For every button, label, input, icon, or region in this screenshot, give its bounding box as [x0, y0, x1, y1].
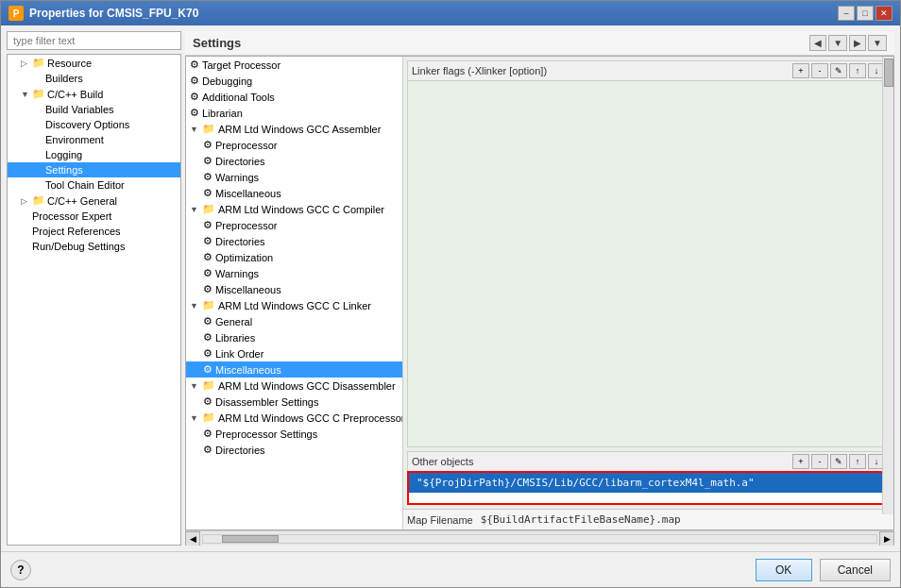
tree-label: Resource	[47, 58, 92, 69]
tree-label: C/C++ General	[47, 195, 117, 207]
close-button[interactable]: ✕	[876, 6, 892, 21]
scroll-right-button[interactable]: ▶	[879, 531, 894, 546]
mtree-preprocessor-cc[interactable]: ⚙ Preprocessor	[186, 217, 402, 233]
scroll-left-button[interactable]: ◀	[185, 531, 200, 546]
cancel-button[interactable]: Cancel	[820, 559, 891, 581]
expand-icon: ▼	[190, 381, 199, 391]
expand-icon: ▼	[190, 413, 199, 423]
horizontal-scrollbar[interactable]	[202, 534, 877, 544]
move-up-object-button[interactable]: ↑	[849, 454, 866, 469]
tree-item-logging[interactable]: Logging	[8, 147, 180, 162]
folder-icon: 📁	[32, 57, 45, 69]
remove-linker-flag-button[interactable]: -	[811, 63, 828, 78]
mtree-directories-asm[interactable]: ⚙ Directories	[186, 153, 402, 169]
help-button[interactable]: ?	[10, 560, 31, 580]
gear-icon: ⚙	[203, 219, 212, 231]
folder-icon: 📁	[202, 203, 215, 215]
mtree-label: Warnings	[215, 172, 259, 183]
mtree-warnings-asm[interactable]: ⚙ Warnings	[186, 169, 402, 185]
maximize-button[interactable]: □	[857, 6, 874, 21]
mtree-link-order-lnk[interactable]: ⚙ Link Order	[186, 345, 402, 361]
ok-button[interactable]: OK	[756, 559, 812, 581]
tree-item-build-variables[interactable]: Build Variables	[8, 102, 180, 117]
mtree-label: Miscellaneous	[215, 188, 281, 199]
mtree-target-processor[interactable]: ⚙ Target Processor	[186, 57, 402, 73]
folder-icon: 📁	[32, 194, 45, 207]
tree-item-builders[interactable]: Builders	[8, 71, 180, 86]
minimize-button[interactable]: –	[838, 6, 855, 21]
tree-item-resource[interactable]: ▷ 📁 Resource	[8, 55, 180, 71]
remove-object-button[interactable]: -	[811, 454, 828, 469]
mtree-gcc-assembler[interactable]: ▼ 📁 ARM Ltd Windows GCC Assembler	[186, 121, 402, 137]
tree-item-environment[interactable]: Environment	[8, 132, 180, 147]
tree-item-tool-chain-editor[interactable]: Tool Chain Editor	[8, 177, 180, 193]
nav-down-button[interactable]: ▼	[828, 35, 847, 51]
edit-linker-flag-button[interactable]: ✎	[830, 63, 847, 78]
gear-icon: ⚙	[203, 235, 212, 247]
mtree-label: ARM Ltd Windows GCC C Preprocessor	[218, 412, 403, 424]
nav-forward-button[interactable]: ▶	[849, 35, 866, 51]
mtree-additional-tools[interactable]: ⚙ Additional Tools	[186, 89, 402, 105]
mtree-optimization-cc[interactable]: ⚙ Optimization	[186, 249, 402, 265]
edit-object-button[interactable]: ✎	[830, 454, 847, 469]
header-actions: ◀ ▼ ▶ ▼	[809, 35, 887, 51]
main-window: P Properties for CMSIS_FPU_K70 – □ ✕ ▷ 📁…	[0, 0, 901, 588]
settings-content-wrapper: ⚙ Target Processor ⚙ Debugging ⚙ Additio…	[185, 56, 894, 530]
mtree-misc-cc[interactable]: ⚙ Miscellaneous	[186, 281, 402, 297]
folder-icon: 📁	[202, 379, 215, 392]
tree-label: Logging	[45, 149, 82, 160]
mtree-gcc-c-linker[interactable]: ▼ 📁 ARM Ltd Windows GCC C Linker	[186, 297, 402, 313]
linker-flags-actions: + - ✎ ↑ ↓	[792, 63, 885, 78]
folder-icon: 📁	[32, 88, 45, 100]
mtree-librarian[interactable]: ⚙ Librarian	[186, 105, 402, 121]
gear-icon: ⚙	[203, 395, 212, 408]
mtree-warnings-cc[interactable]: ⚙ Warnings	[186, 265, 402, 281]
mtree-label: Miscellaneous	[215, 364, 281, 376]
settings-header: Settings ◀ ▼ ▶ ▼	[185, 31, 894, 56]
tree-item-cpp-general[interactable]: ▷ 📁 C/C++ General	[8, 193, 180, 209]
add-linker-flag-button[interactable]: +	[792, 63, 809, 78]
vertical-scrollbar[interactable]	[882, 57, 893, 514]
mtree-general-lnk[interactable]: ⚙ General	[186, 313, 402, 329]
mtree-gcc-disasm[interactable]: ▼ 📁 ARM Ltd Windows GCC Disassembler	[186, 378, 402, 394]
mtree-label: ARM Ltd Windows GCC C Compiler	[218, 204, 384, 215]
mtree-label: Directories	[215, 236, 265, 247]
mtree-label: General	[215, 316, 252, 328]
mtree-directories-pp[interactable]: ⚙ Directories	[186, 442, 402, 458]
tree-item-discovery-options[interactable]: Discovery Options	[8, 117, 180, 132]
mtree-label: ARM Ltd Windows GCC C Linker	[218, 300, 371, 311]
move-up-linker-button[interactable]: ↑	[849, 63, 866, 78]
mtree-debugging[interactable]: ⚙ Debugging	[186, 73, 402, 89]
nav-menu-button[interactable]: ▼	[868, 35, 887, 51]
tree-item-project-references[interactable]: Project References	[8, 224, 180, 239]
gear-icon: ⚙	[203, 283, 212, 295]
mtree-label: Optimization	[215, 252, 273, 263]
mtree-preproc-settings[interactable]: ⚙ Preprocessor Settings	[186, 426, 402, 442]
filter-input[interactable]	[7, 31, 181, 50]
gear-icon: ⚙	[203, 251, 212, 263]
footer-left: ?	[10, 560, 31, 580]
tree-item-run-debug[interactable]: Run/Debug Settings	[8, 239, 180, 254]
mtree-directories-cc[interactable]: ⚙ Directories	[186, 233, 402, 249]
mtree-gcc-c-preproc[interactable]: ▼ 📁 ARM Ltd Windows GCC C Preprocessor	[186, 410, 402, 426]
tree-label: Discovery Options	[45, 119, 129, 130]
nav-back-button[interactable]: ◀	[809, 35, 826, 51]
folder-icon: 📁	[202, 123, 215, 135]
tree-item-processor-expert[interactable]: Processor Expert	[8, 209, 180, 224]
mtree-misc-asm[interactable]: ⚙ Miscellaneous	[186, 185, 402, 201]
selected-object-item[interactable]: "${ProjDirPath}/CMSIS/Lib/GCC/libarm_cor…	[409, 473, 888, 493]
footer: ? OK Cancel	[1, 551, 900, 587]
expand-icon: ▼	[190, 301, 199, 311]
mtree-gcc-c-compiler[interactable]: ▼ 📁 ARM Ltd Windows GCC C Compiler	[186, 201, 402, 217]
gear-icon: ⚙	[203, 444, 212, 456]
mtree-libraries-lnk[interactable]: ⚙ Libraries	[186, 329, 402, 345]
mtree-preprocessor-asm[interactable]: ⚙ Preprocessor	[186, 137, 402, 153]
add-object-button[interactable]: +	[792, 454, 809, 469]
expand-icon: ▼	[190, 205, 199, 214]
tree-label: Project References	[32, 226, 121, 237]
mtree-misc-lnk[interactable]: ⚙ Miscellaneous	[186, 361, 402, 378]
window-icon: P	[8, 6, 24, 21]
tree-item-settings[interactable]: Settings	[8, 162, 180, 177]
mtree-disasm-settings[interactable]: ⚙ Disassembler Settings	[186, 394, 402, 410]
tree-item-cpp-build[interactable]: ▼ 📁 C/C++ Build	[8, 86, 180, 102]
